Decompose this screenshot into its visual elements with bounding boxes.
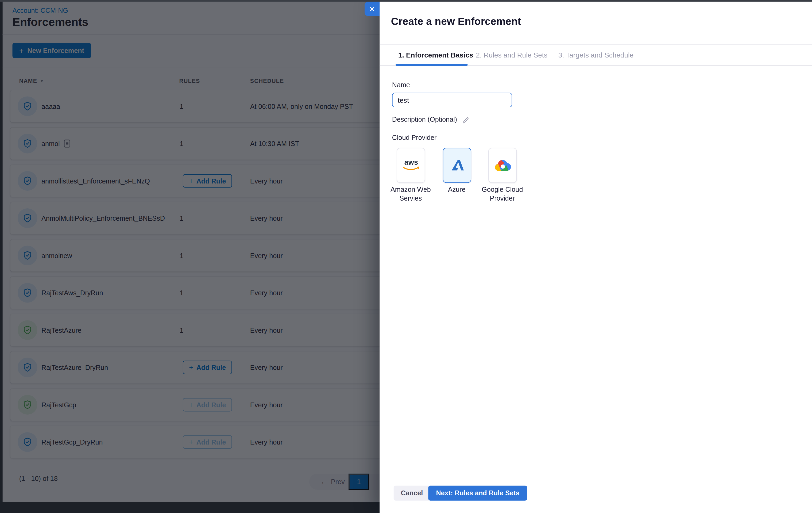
provider-card-gcp[interactable] [488, 147, 517, 183]
tab-rules-and-rule-sets[interactable]: 2. Rules and Rule Sets [476, 45, 548, 65]
provider-label-aws: Amazon Web Servies [384, 186, 438, 203]
edit-pencil-icon[interactable] [462, 115, 470, 123]
drawer-title: Create a new Enforcement [391, 16, 521, 28]
create-enforcement-drawer: ✕ Create a new Enforcement 1. Enforcemen… [380, 0, 812, 513]
active-tab-indicator [396, 64, 467, 66]
azure-logo-icon [449, 158, 465, 173]
description-label: Description (Optional) [392, 115, 457, 123]
next-button[interactable]: Next: Rules and Rule Sets [428, 485, 527, 501]
close-icon[interactable]: ✕ [365, 2, 380, 16]
aws-logo-text: aws [404, 158, 418, 166]
cloud-provider-label: Cloud Provider [392, 134, 437, 141]
name-input[interactable] [392, 93, 512, 107]
cancel-button[interactable]: Cancel [394, 485, 430, 501]
window-top-edge [0, 0, 812, 2]
tab-enforcement-basics[interactable]: 1. Enforcement Basics [398, 45, 473, 65]
tab-targets-and-schedule[interactable]: 3. Targets and Schedule [558, 45, 634, 65]
provider-card-azure[interactable] [443, 147, 471, 183]
screen: Account: CCM-NG Enforcements + New Enfor… [0, 0, 812, 513]
wizard-tabs: 1. Enforcement Basics 2. Rules and Rule … [380, 45, 812, 65]
aws-logo-icon: aws [401, 158, 421, 172]
gcp-logo-icon [494, 158, 511, 172]
provider-card-aws[interactable]: aws [397, 147, 425, 183]
name-label: Name [392, 81, 410, 88]
description-row: Description (Optional) [392, 115, 470, 123]
provider-label-gcp: Google Cloud Provider [475, 186, 529, 203]
